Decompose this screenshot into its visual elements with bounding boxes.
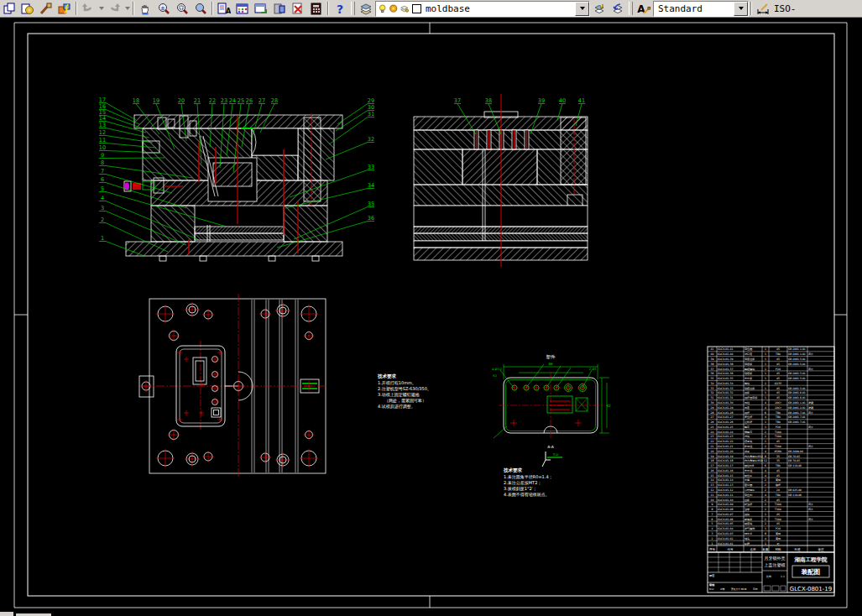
svg-text:推板: 推板	[744, 391, 750, 394]
plan-view	[139, 294, 327, 478]
text-style-combobox-arrow[interactable]	[734, 2, 748, 16]
svg-text:6: 6	[712, 518, 713, 521]
section-view-b: 3738394041	[414, 94, 588, 267]
zoom-previous-button[interactable]	[191, 1, 210, 16]
svg-text:1: 1	[765, 347, 766, 351]
zoom-realtime-button[interactable]: ±	[154, 1, 173, 16]
svg-text:6: 6	[765, 464, 766, 467]
svg-text:20: 20	[711, 450, 714, 453]
svg-text:22: 22	[209, 97, 216, 104]
svg-text:GLCX-01-29: GLCX-01-29	[718, 406, 733, 410]
toolpalettes-button[interactable]	[270, 1, 289, 16]
text-style-value: Standard	[656, 3, 705, 14]
help-icon: ?	[333, 3, 347, 15]
svg-text:GLCX-01-41: GLCX-01-41	[718, 347, 733, 351]
svg-text:塑件: 塑件	[546, 354, 556, 359]
svg-text:2: 2	[765, 435, 766, 438]
dropdown-arrow[interactable]	[123, 1, 131, 16]
svg-text:4: 4	[712, 527, 713, 530]
markup-button[interactable]	[289, 1, 307, 16]
drawing-canvas[interactable]: 1716151413121110987654321181920212223242…	[0, 18, 862, 616]
layerprops-button[interactable]	[233, 1, 252, 16]
svg-text:锁模块: 锁模块	[744, 522, 752, 525]
svg-text:29: 29	[368, 97, 374, 104]
svg-text:GLCX-01-02: GLCX-01-02	[718, 537, 733, 540]
svg-text:1: 1	[765, 396, 766, 399]
svg-text:2.注塑机型号SZ-630/350。: 2.注塑机型号SZ-630/350。	[378, 386, 431, 392]
layer-previous-button[interactable]	[609, 1, 627, 16]
layer-on-icon[interactable]	[378, 3, 389, 14]
dropdown-arrow[interactable]	[97, 1, 105, 16]
statusbar-stub	[0, 612, 13, 616]
svg-text:GLCX-01-17: GLCX-01-17	[718, 464, 733, 467]
svg-text:GLCX-01-27: GLCX-01-27	[718, 415, 733, 419]
svg-text:1: 1	[765, 420, 766, 424]
properties-button[interactable]: A	[215, 1, 233, 16]
toolbar-grip[interactable]	[629, 2, 633, 15]
svg-text:其余: 其余	[553, 453, 560, 457]
matchprop-brush-button[interactable]	[37, 1, 55, 16]
svg-text:37: 37	[454, 97, 461, 104]
svg-text:签字: 签字	[742, 587, 747, 591]
svg-text:动模板: 动模板	[744, 372, 752, 375]
svg-text:淬火: 淬火	[807, 518, 813, 521]
text-style-button[interactable]: A	[635, 1, 653, 16]
layer-previous-icon	[611, 3, 624, 15]
svg-text:GLCX-01-01: GLCX-01-01	[718, 542, 733, 546]
svg-text:4: 4	[765, 406, 766, 410]
quickselect-button[interactable]	[55, 1, 74, 16]
svg-text:定模座板: 定模座板	[744, 358, 755, 361]
svg-text:21: 21	[194, 97, 201, 104]
svg-text:18: 18	[133, 97, 139, 104]
svg-text:45: 45	[776, 387, 780, 390]
layer-lock-icon[interactable]	[400, 3, 410, 14]
layer-combobox[interactable]: moldbase	[375, 1, 590, 17]
layers-button[interactable]	[357, 1, 375, 16]
quickcalc-button[interactable]	[307, 1, 326, 16]
svg-text:45: 45	[776, 469, 780, 472]
svg-text:1: 1	[765, 352, 766, 356]
help-button[interactable]: ?	[331, 1, 349, 16]
copy-object-button[interactable]	[0, 1, 18, 16]
svg-text:4: 4	[765, 537, 766, 540]
svg-text:30: 30	[368, 104, 374, 111]
undo-button[interactable]	[79, 1, 97, 16]
svg-text:GLCX-01-28: GLCX-01-28	[718, 411, 733, 415]
svg-text:52: 52	[606, 404, 611, 408]
svg-text:40: 40	[559, 97, 566, 104]
toolbar-grip[interactable]	[351, 2, 355, 15]
redo-button[interactable]	[105, 1, 123, 16]
svg-text:8: 8	[101, 159, 104, 166]
svg-text:动模座板: 动模座板	[744, 387, 755, 390]
svg-text:装配图: 装配图	[801, 568, 821, 576]
svg-text:9: 9	[712, 503, 713, 506]
donut-button[interactable]	[18, 1, 37, 16]
dim-style-button[interactable]	[754, 1, 772, 16]
svg-text:GLCX-01-26: GLCX-01-26	[718, 420, 733, 424]
svg-text:GB 119-86: GB 119-86	[788, 464, 802, 467]
svg-text:4.试模后进行调整。: 4.试模后进行调整。	[378, 404, 415, 410]
svg-text:斜顶杆: 斜顶杆	[744, 503, 752, 506]
layer-color-icon[interactable]	[389, 3, 400, 14]
svg-text:36: 36	[711, 372, 714, 375]
svg-text:铭牌: 铭牌	[744, 542, 750, 546]
svg-text:GLCX-01-04: GLCX-01-04	[718, 527, 733, 530]
zoom-window-button[interactable]	[173, 1, 191, 16]
svg-text:2: 2	[765, 488, 766, 492]
svg-text:渗碳: 渗碳	[808, 401, 814, 405]
svg-text:7: 7	[712, 513, 713, 516]
svg-text:T8A: T8A	[775, 411, 781, 415]
designcenter-button[interactable]	[252, 1, 270, 16]
svg-text:27: 27	[259, 97, 265, 104]
svg-text:38: 38	[485, 97, 492, 104]
text-style-combobox[interactable]: Standard	[653, 1, 749, 17]
svg-text:7: 7	[101, 168, 104, 175]
svg-text:31: 31	[711, 396, 714, 399]
svg-text:17: 17	[711, 464, 714, 467]
svg-text:GB 119-86: GB 119-86	[788, 493, 802, 497]
svg-text:内六角螺钉M10: 内六角螺钉M10	[744, 459, 763, 462]
pan-hand-button[interactable]	[136, 1, 154, 16]
layer-combobox-arrow[interactable]	[575, 2, 589, 16]
layer-current-button[interactable]	[590, 1, 609, 16]
svg-text:支承柱: 支承柱	[744, 469, 753, 472]
